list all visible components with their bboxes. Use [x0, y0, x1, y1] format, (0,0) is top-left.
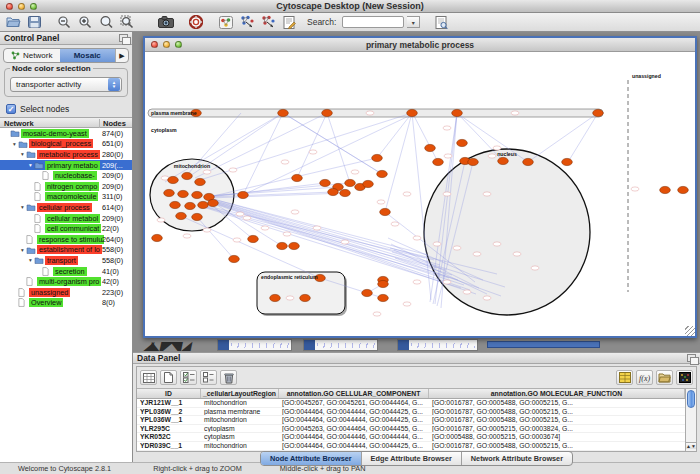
graph-node[interactable] [425, 144, 436, 151]
tree-row[interactable]: ▾biological_process651(0) [0, 139, 132, 150]
graph-node[interactable] [270, 294, 281, 301]
snapshot-button[interactable] [157, 14, 175, 30]
graph-node[interactable] [238, 191, 249, 198]
search-input[interactable] [342, 16, 404, 28]
graph-node[interactable] [328, 188, 339, 195]
annotation-button[interactable] [280, 14, 298, 30]
graph-node[interactable] [377, 170, 388, 177]
graph-node[interactable] [372, 154, 383, 161]
scroll-down-arrow[interactable]: ▼ [691, 442, 696, 449]
graph-node[interactable] [523, 158, 534, 165]
tree-row[interactable]: nucleobase-209(0) [0, 170, 132, 181]
tree-row[interactable]: ▾metabolic process280(0) [0, 149, 132, 160]
graph-node[interactable] [678, 186, 689, 193]
graph-node[interactable] [498, 157, 509, 164]
unselect-attributes-button[interactable] [200, 370, 217, 385]
graph-node[interactable] [378, 280, 389, 287]
zoom-selected-button[interactable] [97, 14, 115, 30]
help-button[interactable] [187, 14, 205, 30]
graph-node[interactable] [289, 242, 300, 249]
tree-row[interactable]: ▾cellular process614(0) [0, 202, 132, 213]
tab-overflow-arrow[interactable]: ▶ [115, 49, 128, 62]
tree-row[interactable]: ▾establishment of lo558(0) [0, 245, 132, 256]
tab-mosaic[interactable]: Mosaic [60, 49, 116, 62]
graph-node[interactable] [168, 176, 179, 183]
new-attribute-button[interactable] [160, 370, 177, 385]
tree-row[interactable]: response to stimulu264(0) [0, 234, 132, 245]
expand-arrow-icon[interactable]: ▾ [19, 247, 26, 253]
column-header[interactable]: annotation.GO CELLULAR_COMPONENT [279, 389, 429, 398]
tab-network[interactable]: Network [4, 49, 60, 62]
column-header[interactable]: ID [137, 389, 201, 398]
expand-arrow-icon[interactable]: ▾ [19, 151, 26, 157]
graph-node[interactable] [248, 235, 259, 242]
graph-node[interactable] [407, 109, 418, 116]
tree-row[interactable]: ▾transport558(0) [0, 255, 132, 266]
expand-network-button[interactable] [259, 14, 277, 30]
zoom-fit-button[interactable] [118, 14, 136, 30]
graph-node[interactable] [320, 179, 331, 186]
graph-node[interactable] [176, 212, 187, 219]
tree-row[interactable]: Overview8(0) [0, 298, 132, 309]
graph-node[interactable] [378, 294, 389, 301]
network-window-titlebar[interactable]: primary metabolic process [145, 38, 695, 52]
graph-node[interactable] [192, 191, 203, 198]
select-nodes-checkbox[interactable]: ✓ [6, 104, 16, 114]
graph-node[interactable] [208, 199, 219, 206]
background-window-fragment[interactable] [397, 339, 478, 351]
select-attributes-button[interactable] [180, 370, 197, 385]
graph-node[interactable] [185, 202, 196, 209]
node-color-dropdown[interactable]: transporter activity ▲▼ [10, 77, 122, 92]
graph-node[interactable] [452, 109, 463, 116]
table-row[interactable]: YPL036W__2plasma membrane[GO:0044464, GO… [137, 408, 685, 417]
graph-node[interactable] [292, 174, 303, 181]
attribute-table-button[interactable] [616, 370, 633, 385]
expand-arrow-icon[interactable]: ▾ [19, 204, 26, 210]
tree-column-nodes[interactable]: Nodes [99, 119, 126, 128]
graph-node[interactable] [593, 109, 604, 116]
scrollbar-thumb[interactable] [687, 390, 695, 408]
table-scrollbar[interactable]: ▲▼ [685, 389, 696, 451]
tree-row[interactable]: cellular metabol209(0) [0, 213, 132, 224]
table-row[interactable]: YLR295Ccytoplasm[GO:0045263, GO:0044464,… [137, 425, 685, 434]
graph-node[interactable] [468, 158, 479, 165]
graph-node[interactable] [192, 213, 203, 220]
graph-node[interactable] [152, 234, 163, 241]
select-first-neighbors-button[interactable] [238, 14, 256, 30]
graph-node[interactable] [164, 189, 175, 196]
background-window-logo[interactable]: ◢◣◤◥◢ [141, 338, 210, 351]
delete-attribute-button[interactable] [220, 370, 237, 385]
graph-node[interactable] [362, 289, 373, 296]
save-button[interactable] [25, 14, 43, 30]
graph-node[interactable] [322, 109, 333, 116]
graph-node[interactable] [229, 255, 240, 262]
background-window-fragment[interactable] [303, 339, 378, 351]
graph-node[interactable] [363, 180, 374, 187]
tree-row[interactable]: macromolecule311(0) [0, 192, 132, 203]
table-row[interactable]: YDR039C__1mitochondrion[GO:0044464, GO:0… [137, 442, 685, 451]
function-builder-button[interactable]: f(x) [636, 370, 653, 385]
table-row[interactable]: YPL036W__1mitochondrion[GO:0044464, GO:0… [137, 416, 685, 425]
tree-column-network[interactable]: Network [4, 119, 34, 128]
tree-row[interactable]: multi-organism pro42(0) [0, 276, 132, 287]
network-canvas[interactable]: plasma membranecytoplasmmitochondrionnuc… [145, 52, 695, 336]
resize-grip[interactable] [685, 326, 695, 336]
graph-node[interactable] [345, 179, 356, 186]
expand-arrow-icon[interactable]: ▾ [27, 162, 34, 168]
tree-row[interactable]: nitrogen compo209(0) [0, 181, 132, 192]
tab-edge-attribute-browser[interactable]: Edge Attribute Browser [362, 452, 462, 465]
expand-arrow-icon[interactable]: ▾ [27, 257, 34, 263]
matrix-view-button[interactable] [676, 370, 693, 385]
tree-row[interactable]: mosaic-demo-yeast874(0) [0, 128, 132, 139]
table-row[interactable]: YJR121W__1mitochondrion[GO:0045267, GO:0… [137, 399, 685, 408]
import-attributes-button[interactable] [656, 370, 673, 385]
graph-node[interactable] [457, 139, 468, 146]
column-header[interactable]: annotation.GO MOLECULAR_FUNCTION [429, 389, 685, 398]
tree-row[interactable]: ▾primary metabo209(... [0, 160, 132, 171]
zoom-in-button[interactable] [76, 14, 94, 30]
advanced-search-button[interactable] [432, 14, 450, 30]
tree-row[interactable]: secretion41(0) [0, 266, 132, 277]
graph-node[interactable] [278, 109, 289, 116]
graph-node[interactable] [195, 178, 206, 185]
float-panel-icon[interactable] [687, 354, 696, 362]
